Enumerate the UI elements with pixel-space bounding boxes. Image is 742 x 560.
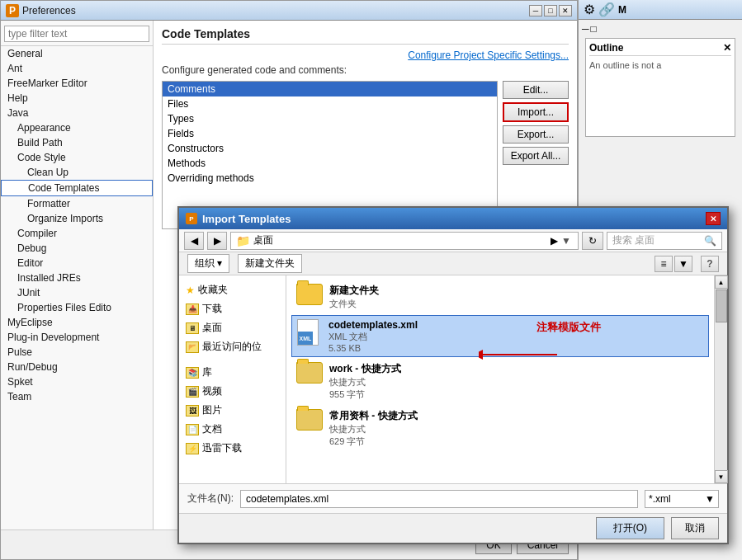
- organize-button[interactable]: 组织 ▾: [187, 254, 229, 273]
- view-list-button[interactable]: ≡: [655, 256, 673, 272]
- sidebar-item-formatter[interactable]: Formatter: [1, 196, 153, 211]
- sidebar-item-team[interactable]: Team: [1, 389, 153, 404]
- dialog-cancel-button[interactable]: 取消: [671, 517, 719, 539]
- folder-icon-newfolder: [296, 284, 323, 307]
- file-details-work: work - 快捷方式 快捷方式 955 字节: [329, 362, 704, 401]
- toolbar-icon-1: ⚙: [584, 2, 595, 17]
- fav-item-video[interactable]: 🎬 视频: [182, 382, 282, 401]
- fav-label-library: 库: [202, 365, 212, 379]
- scroll-up-button[interactable]: ▲: [715, 275, 728, 289]
- address-dropdown-icon[interactable]: ▼: [561, 235, 573, 247]
- scroll-down-button[interactable]: ▼: [715, 470, 728, 483]
- fav-item-pictures[interactable]: 🖼 图片: [182, 401, 282, 420]
- panel-icon-maximize[interactable]: □: [591, 23, 597, 35]
- file-size-codetemplates: 5.35 KB: [328, 343, 703, 353]
- scroll-thumb[interactable]: [716, 289, 727, 322]
- view-buttons: ≡ ▼: [655, 256, 692, 272]
- file-type-newfolder: 文件夹: [329, 298, 704, 310]
- file-item-changyong[interactable]: 常用资料 - 快捷方式 快捷方式 629 字节: [291, 406, 709, 451]
- template-item-files[interactable]: Files: [163, 96, 497, 111]
- file-item-newfolder[interactable]: 新建文件夹 文件夹: [291, 280, 709, 313]
- filter-input[interactable]: [4, 26, 149, 42]
- edit-button[interactable]: Edit...: [503, 81, 569, 99]
- import-dialog: P Import Templates ✕ ◀ ▶ 📁 桌面 ▶ ▼ ↻ 搜索 桌…: [177, 206, 729, 544]
- sidebar-item-spket[interactable]: Spket: [1, 374, 153, 389]
- template-item-types[interactable]: Types: [163, 111, 497, 126]
- fav-item-desktop[interactable]: 🖥 桌面: [182, 318, 282, 337]
- minimize-button[interactable]: ─: [529, 5, 542, 16]
- forward-button[interactable]: ▶: [207, 232, 227, 250]
- export-all-button[interactable]: Export All...: [503, 147, 569, 165]
- sidebar-item-java[interactable]: Java: [1, 106, 153, 120]
- filetype-select[interactable]: *.xml ▼: [645, 490, 719, 508]
- sidebar-item-propfiles[interactable]: Properties Files Edito: [1, 300, 153, 315]
- file-item-work[interactable]: work - 快捷方式 快捷方式 955 字节: [291, 359, 709, 404]
- toolbar-label: M: [618, 4, 626, 16]
- sidebar-item-plugindev[interactable]: Plug-in Development: [1, 330, 153, 345]
- template-item-constructors[interactable]: Constructors: [163, 141, 497, 156]
- file-item-codetemplates[interactable]: XML codetemplates.xml XML 文档 5.35 KB: [291, 315, 709, 357]
- sidebar-item-rundebug[interactable]: Run/Debug: [1, 360, 153, 374]
- import-button[interactable]: Import...: [503, 102, 569, 122]
- sidebar-item-ant[interactable]: Ant: [1, 61, 153, 76]
- sidebar-item-appearance[interactable]: Appearance: [1, 120, 153, 135]
- sidebar-item-installedjres[interactable]: Installed JREs: [1, 271, 153, 285]
- fav-item-download[interactable]: 📥 下载: [182, 299, 282, 318]
- sidebar-item-myeclipse[interactable]: MyEclipse: [1, 315, 153, 330]
- close-button[interactable]: ✕: [559, 5, 572, 16]
- open-button[interactable]: 打开(O): [596, 517, 664, 539]
- sidebar-item-cleanup[interactable]: Clean Up: [1, 165, 153, 180]
- fav-item-docs[interactable]: 📄 文档: [182, 420, 282, 439]
- fav-folder-icon-pictures: 🖼: [186, 405, 199, 416]
- sidebar-item-junit[interactable]: JUnit: [1, 285, 153, 300]
- sidebar-item-help[interactable]: Help: [1, 91, 153, 106]
- right-panel-toolbar: ⚙ 🔗 M: [579, 0, 742, 20]
- template-item-overriding[interactable]: Overriding methods: [163, 171, 497, 186]
- import-close-button[interactable]: ✕: [706, 212, 721, 225]
- back-button[interactable]: ◀: [184, 232, 204, 250]
- outline-close-icon[interactable]: ✕: [723, 42, 731, 54]
- fav-item-thunder[interactable]: ⚡ 迅雷下载: [182, 439, 282, 458]
- filter-box: [1, 22, 153, 46]
- fav-item-recent[interactable]: 📂 最近访问的位: [182, 337, 282, 356]
- address-text: 桌面: [253, 233, 547, 247]
- fav-item-favorites[interactable]: ★ 收藏夹: [182, 280, 282, 299]
- config-link[interactable]: Configure Project Specific Settings...: [162, 49, 569, 61]
- help-button[interactable]: ?: [701, 256, 719, 272]
- search-icon[interactable]: 🔍: [704, 235, 716, 247]
- import-scrollbar: ▲ ▼: [714, 275, 727, 483]
- sidebar-item-freemarker[interactable]: FreeMarker Editor: [1, 76, 153, 91]
- favorites-panel: ★ 收藏夹 📥 下载 🖥 桌面 📂 最近访问的位 📚 库 🎬 视频: [179, 275, 286, 483]
- folder-icon-changyong: [296, 409, 323, 432]
- xml-file-icon: XML: [297, 319, 322, 347]
- file-type-changyong: 快捷方式: [329, 423, 704, 435]
- go-button[interactable]: ↻: [582, 232, 603, 250]
- preferences-sidebar: General Ant FreeMarker Editor Help Java …: [1, 21, 154, 529]
- sidebar-item-debug[interactable]: Debug: [1, 241, 153, 256]
- sidebar-item-compiler[interactable]: Compiler: [1, 226, 153, 241]
- filename-input[interactable]: [240, 490, 638, 508]
- sidebar-item-codestyle[interactable]: Code Style: [1, 150, 153, 165]
- export-button[interactable]: Export...: [503, 125, 569, 144]
- fav-folder-icon-library: 📚: [186, 367, 199, 379]
- outline-panel: Outline ✕ An outline is not a: [585, 38, 735, 137]
- annotation-text: 注释模版文件: [536, 320, 601, 335]
- xml-file-overlay: XML: [298, 332, 313, 345]
- new-folder-button[interactable]: 新建文件夹: [238, 254, 302, 273]
- maximize-button[interactable]: □: [544, 5, 557, 16]
- template-item-comments[interactable]: Comments: [163, 82, 497, 96]
- panel-icon-minimize[interactable]: ─: [582, 23, 589, 35]
- sidebar-item-buildpath[interactable]: Build Path: [1, 135, 153, 150]
- sidebar-item-editor[interactable]: Editor: [1, 256, 153, 271]
- sidebar-item-pulse[interactable]: Pulse: [1, 345, 153, 360]
- template-item-fields[interactable]: Fields: [163, 126, 497, 141]
- sidebar-item-codetemplates[interactable]: Code Templates: [1, 180, 153, 196]
- template-item-methods[interactable]: Methods: [163, 156, 497, 171]
- sidebar-item-general[interactable]: General: [1, 46, 153, 61]
- sidebar-item-organizeimports[interactable]: Organize Imports: [1, 211, 153, 226]
- search-placeholder[interactable]: 搜索 桌面: [612, 233, 704, 247]
- fav-item-library[interactable]: 📚 库: [182, 363, 282, 382]
- fav-folder-icon-download: 📥: [186, 304, 199, 315]
- fav-folder-icon-docs: 📄: [186, 424, 199, 435]
- view-dropdown-button[interactable]: ▼: [674, 256, 692, 272]
